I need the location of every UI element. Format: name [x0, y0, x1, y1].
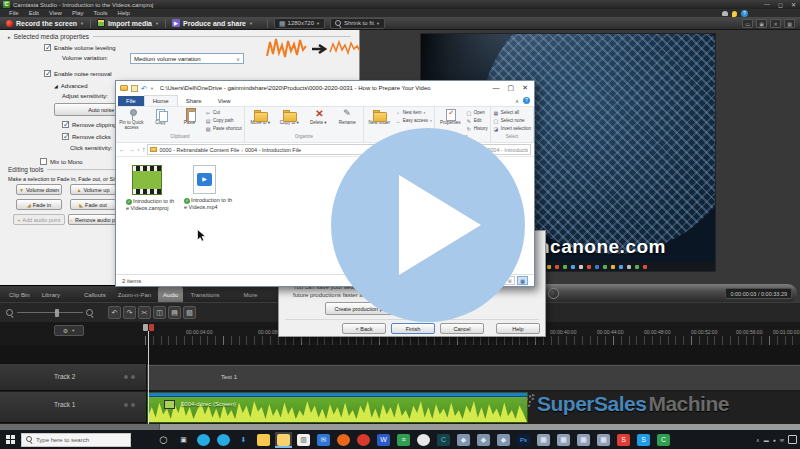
menu-play[interactable]: Play	[67, 10, 89, 16]
folder-icon[interactable]	[120, 85, 128, 91]
minimize-icon[interactable]: —	[764, 1, 770, 8]
import-media-button[interactable]: Import media▼	[97, 19, 159, 27]
excel-green-icon[interactable]: C	[657, 434, 670, 446]
tip-icon[interactable]	[732, 11, 737, 17]
playhead-out-marker[interactable]	[149, 324, 154, 331]
ribbon-move-to-button[interactable]: Move to ▾	[247, 108, 274, 126]
ribbon-new-item-button[interactable]: ▫New item▾	[395, 109, 432, 116]
explorer-help-icon[interactable]: ?	[523, 97, 530, 104]
paste-icon[interactable]: ▧	[183, 306, 196, 319]
undo-icon[interactable]: ↶	[108, 306, 121, 319]
task-view-icon[interactable]: ▣	[177, 434, 190, 446]
playback-button[interactable]	[548, 288, 559, 299]
breadcrumb-item[interactable]: 0000 - Rebrandable Content File	[159, 147, 239, 153]
produce-share-button[interactable]: ▶ Produce and share▼	[172, 19, 253, 27]
action-center-icon[interactable]	[788, 435, 797, 444]
mix-to-mono-checkbox[interactable]: Mix to Mono	[40, 157, 83, 166]
undo-icon[interactable]: ↶	[141, 85, 147, 92]
ribbon-copy-path-button[interactable]: ▤Copy path	[205, 117, 242, 124]
start-button[interactable]	[6, 435, 15, 444]
download-icon[interactable]: ⬇	[237, 434, 250, 446]
breadcrumb-item[interactable]: 0004 - Introduction File	[245, 147, 301, 153]
tab-callouts[interactable]: Callouts	[79, 287, 111, 302]
split-icon[interactable]: ◫	[153, 306, 166, 319]
back-button[interactable]: < Back	[342, 323, 386, 334]
skype-icon[interactable]: S	[637, 434, 650, 446]
ribbon-invert-selection-button[interactable]: ◪Invert selection	[493, 125, 531, 132]
snagit-icon[interactable]: S	[617, 434, 630, 446]
tray-status-icon[interactable]: ▬	[764, 437, 769, 443]
firefox-icon[interactable]	[337, 434, 350, 446]
taskbar-search-input[interactable]: Type here to search	[21, 433, 131, 447]
cortana-icon[interactable]: ◯	[157, 434, 170, 446]
red-orb-icon[interactable]	[357, 434, 370, 446]
track-options-button[interactable]: ⚙▼	[54, 325, 84, 336]
ribbon-rename-button[interactable]: Rename	[334, 108, 361, 126]
volume-down-button[interactable]: ▼Volume down	[16, 184, 62, 195]
menu-tools[interactable]: Tools	[89, 10, 113, 16]
folder-icon-active[interactable]	[277, 434, 290, 446]
volume-icon[interactable]: ●	[773, 437, 776, 443]
preview-control-icon-4[interactable]: ▦	[784, 19, 795, 28]
bell-icon[interactable]	[722, 11, 728, 16]
advanced-expander[interactable]: ◢Advanced	[54, 81, 88, 90]
fade-out-button[interactable]: ◣Fade out	[70, 199, 116, 210]
folder-icon[interactable]	[257, 434, 270, 446]
ribbon-edit-button[interactable]: ✎Edit	[466, 117, 488, 124]
qat-dropdown-icon[interactable]: ▼	[150, 86, 154, 91]
properties-icon[interactable]	[131, 85, 138, 92]
ribbon-delete-button[interactable]: Delete ▾	[305, 108, 332, 126]
office-cube-icon-2[interactable]: ◆	[477, 434, 490, 446]
cancel-button[interactable]: Cancel	[440, 323, 484, 334]
playhead-in-marker[interactable]	[143, 324, 148, 331]
track-lock-icon[interactable]	[124, 375, 128, 379]
preview-control-icon-3[interactable]: ✕	[770, 19, 781, 28]
tab-more[interactable]: More	[239, 287, 263, 302]
editing-dimensions-dropdown[interactable]: ▦ 1280x720▼	[274, 18, 325, 29]
chrome-icon[interactable]	[417, 434, 430, 446]
help-button[interactable]: Help	[496, 323, 540, 334]
recent-locations-icon[interactable]: ∨	[137, 147, 140, 152]
zoom-in-icon[interactable]	[86, 309, 94, 317]
ribbon-history-button[interactable]: ↻History	[466, 125, 488, 132]
tab-library[interactable]: Library	[37, 287, 65, 302]
finish-button[interactable]: Finish	[391, 323, 435, 334]
collapse-ribbon-icon[interactable]: ∧	[515, 98, 519, 104]
record-screen-button[interactable]: Record the screen▼	[6, 20, 84, 27]
remove-clipping-checkbox[interactable]: Remove clipping	[62, 120, 116, 129]
up-icon[interactable]: ↑	[142, 146, 146, 153]
ribbon-select-none-button[interactable]: ▢Select none	[493, 117, 531, 124]
volume-up-button[interactable]: ▲Volume up	[70, 184, 116, 195]
photoshop-icon[interactable]: Ps	[517, 434, 530, 446]
volume-leveling-checkbox[interactable]: Enable volume leveling	[44, 43, 116, 52]
ribbon-new-folder-button[interactable]: New folder	[366, 108, 393, 126]
fade-in-button[interactable]: ◢Fade in	[16, 199, 62, 210]
track-visibility-icon[interactable]	[131, 375, 135, 379]
tab-clip-bin[interactable]: Clip Bin	[4, 287, 35, 302]
copy-icon[interactable]: ▤	[168, 306, 181, 319]
noise-removal-checkbox[interactable]: Enable noise removal	[44, 69, 112, 78]
store-icon[interactable]: ▥	[297, 434, 310, 446]
forward-icon[interactable]: →	[128, 146, 135, 153]
ribbon-cut-button[interactable]: ✂Cut	[205, 109, 242, 116]
ribbon-tab-share[interactable]: Share	[178, 96, 210, 106]
spreadsheet-icon[interactable]: ▦	[537, 434, 550, 446]
zoom-out-icon[interactable]	[6, 309, 14, 317]
cut-icon[interactable]: ✂	[138, 306, 151, 319]
ribbon-easy-access-button[interactable]: →Easy access▾	[395, 117, 432, 124]
edge-icon-2[interactable]	[217, 434, 230, 446]
close-icon[interactable]: ✕	[791, 1, 796, 8]
ribbon-tab-file[interactable]: File	[118, 96, 144, 106]
add-audio-point-button[interactable]: +Add audio point	[13, 214, 65, 225]
help-icon[interactable]: ?	[741, 10, 748, 17]
maximize-icon[interactable]: ▢	[508, 84, 515, 92]
video-play-overlay-button[interactable]	[331, 128, 525, 322]
office-cube-icon[interactable]: ◆	[457, 434, 470, 446]
menu-edit[interactable]: Edit	[24, 10, 44, 16]
tab-transitions[interactable]: Transitions	[185, 287, 224, 302]
track-visibility-icon[interactable]	[131, 403, 135, 407]
preview-control-icon-2[interactable]: ▣	[756, 19, 767, 28]
back-icon[interactable]: ←	[119, 146, 126, 153]
office-cube-icon-3[interactable]: ◆	[497, 434, 510, 446]
tray-expand-icon[interactable]: ∧	[756, 437, 760, 443]
